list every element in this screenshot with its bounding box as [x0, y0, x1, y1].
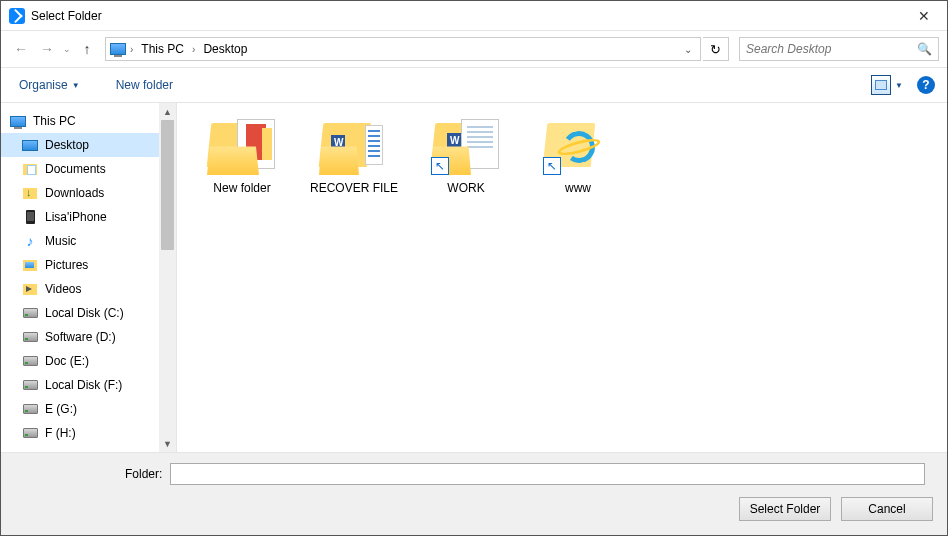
- videos-icon: [21, 281, 39, 297]
- content-pane[interactable]: New folderRECOVER FILEWORKwww: [177, 103, 947, 452]
- tree-item[interactable]: Documents: [1, 157, 159, 181]
- up-button[interactable]: ↑: [75, 37, 99, 61]
- tree-item[interactable]: Doc (E:): [1, 349, 159, 373]
- tree-item[interactable]: Local Disk (C:): [1, 301, 159, 325]
- body-area: This PCDesktopDocumentsDownloadsLisa'iPh…: [1, 103, 947, 452]
- tree-item-label: Lisa'iPhone: [45, 210, 107, 224]
- disk-icon: [21, 377, 39, 393]
- refresh-button[interactable]: ↻: [703, 37, 729, 61]
- close-button[interactable]: ✕: [901, 1, 947, 31]
- folder-doc-icon: [21, 161, 39, 177]
- tree-item-label: Doc (E:): [45, 354, 89, 368]
- scroll-down-button[interactable]: ▼: [159, 435, 176, 452]
- caret-down-icon: ▼: [72, 81, 80, 90]
- chevron-right-icon: ›: [192, 44, 195, 55]
- folder-item[interactable]: New folder: [195, 117, 289, 195]
- tree-item[interactable]: Pictures: [1, 253, 159, 277]
- arrow-up-icon: ↑: [84, 41, 91, 57]
- shortcut-icon: [543, 157, 561, 175]
- tree-item-label: E (G:): [45, 402, 77, 416]
- tree-item[interactable]: E (G:): [1, 397, 159, 421]
- tree-item-label: F (H:): [45, 426, 76, 440]
- breadcrumb-desktop[interactable]: Desktop: [199, 40, 251, 58]
- disk-icon: [21, 425, 39, 441]
- change-view-button[interactable]: [871, 75, 891, 95]
- organise-label: Organise: [19, 78, 68, 92]
- folder-field-label: Folder:: [125, 467, 162, 481]
- disk-icon: [21, 401, 39, 417]
- search-icon: 🔍: [917, 42, 932, 56]
- select-folder-button[interactable]: Select Folder: [739, 497, 831, 521]
- tree-item[interactable]: Desktop: [1, 133, 159, 157]
- folder-item[interactable]: WORK: [419, 117, 513, 195]
- tree-item-label: Local Disk (F:): [45, 378, 122, 392]
- app-icon: [9, 8, 25, 24]
- music-icon: ♪: [21, 233, 39, 249]
- folder-input[interactable]: [170, 463, 925, 485]
- forward-button[interactable]: →: [35, 37, 59, 61]
- new-folder-label: New folder: [116, 78, 173, 92]
- window-title: Select Folder: [31, 9, 102, 23]
- cancel-button[interactable]: Cancel: [841, 497, 933, 521]
- item-label: RECOVER FILE: [310, 181, 398, 195]
- tree-item-label: Documents: [45, 162, 106, 176]
- downloads-icon: [21, 185, 39, 201]
- change-view-dropdown[interactable]: ▼: [893, 79, 905, 92]
- svg-rect-1: [876, 81, 886, 89]
- tree-item-label: Pictures: [45, 258, 88, 272]
- arrow-left-icon: ←: [14, 41, 28, 57]
- search-input[interactable]: [746, 42, 917, 56]
- disk-icon: [21, 329, 39, 345]
- help-icon: ?: [922, 78, 929, 92]
- help-button[interactable]: ?: [917, 76, 935, 94]
- tree-item[interactable]: Videos: [1, 277, 159, 301]
- tree-item-label: This PC: [33, 114, 76, 128]
- folder-item[interactable]: RECOVER FILE: [307, 117, 401, 195]
- search-box[interactable]: 🔍: [739, 37, 939, 61]
- this-pc-icon: [9, 113, 27, 129]
- folder-item[interactable]: www: [531, 117, 625, 195]
- folder-icon: [431, 117, 501, 175]
- footer: Folder: Select Folder Cancel: [1, 452, 947, 535]
- item-label: New folder: [213, 181, 270, 195]
- pictures-icon: [21, 257, 39, 273]
- tree-item-label: Music: [45, 234, 76, 248]
- tree-item[interactable]: Lisa'iPhone: [1, 205, 159, 229]
- scroll-up-button[interactable]: ▲: [159, 103, 176, 120]
- folder-icon: [207, 117, 277, 175]
- folder-icon: [543, 117, 613, 175]
- nav-bar: ← → ⌄ ↑ › This PC › Desktop ⌄ ↻ 🔍: [1, 31, 947, 67]
- desktop-icon: [21, 137, 39, 153]
- address-bar[interactable]: › This PC › Desktop ⌄: [105, 37, 701, 61]
- tree-item-label: Downloads: [45, 186, 104, 200]
- caret-down-icon: ▼: [895, 81, 903, 90]
- recent-locations-button[interactable]: ⌄: [61, 44, 73, 54]
- back-button[interactable]: ←: [9, 37, 33, 61]
- scroll-thumb[interactable]: [161, 120, 174, 250]
- tree-item[interactable]: Local Disk (F:): [1, 373, 159, 397]
- new-folder-button[interactable]: New folder: [110, 74, 179, 96]
- address-dropdown[interactable]: ⌄: [680, 44, 696, 55]
- tree-scrollbar[interactable]: ▲ ▼: [159, 103, 176, 452]
- breadcrumb-this-pc[interactable]: This PC: [137, 40, 188, 58]
- tree-item-label: Videos: [45, 282, 81, 296]
- view-icon: [875, 80, 887, 90]
- tree-item-label: Software (D:): [45, 330, 116, 344]
- organise-button[interactable]: Organise ▼: [13, 74, 86, 96]
- tree-root-this-pc[interactable]: This PC: [1, 109, 159, 133]
- folder-icon: [319, 117, 389, 175]
- title-bar: Select Folder ✕: [1, 1, 947, 31]
- disk-icon: [21, 305, 39, 321]
- tree-item[interactable]: Downloads: [1, 181, 159, 205]
- refresh-icon: ↻: [710, 42, 721, 57]
- navigation-tree[interactable]: This PCDesktopDocumentsDownloadsLisa'iPh…: [1, 103, 159, 452]
- item-label: WORK: [447, 181, 484, 195]
- item-label: www: [565, 181, 591, 195]
- tree-item-label: Local Disk (C:): [45, 306, 124, 320]
- disk-icon: [21, 353, 39, 369]
- shortcut-icon: [431, 157, 449, 175]
- tree-item[interactable]: F (H:): [1, 421, 159, 445]
- tree-item[interactable]: Software (D:): [1, 325, 159, 349]
- phone-icon: [21, 209, 39, 225]
- tree-item[interactable]: ♪Music: [1, 229, 159, 253]
